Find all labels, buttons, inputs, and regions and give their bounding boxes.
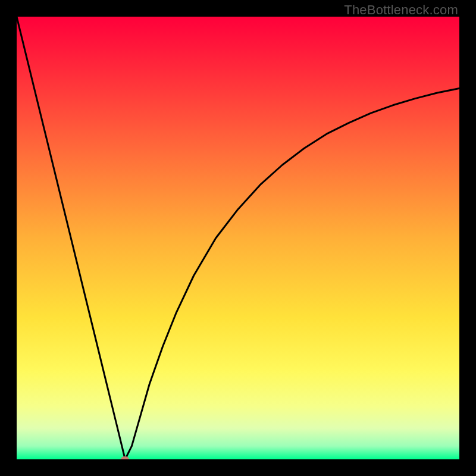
plot-area xyxy=(17,17,459,459)
chart-frame: TheBottleneck.com xyxy=(0,0,476,476)
curve-path xyxy=(17,17,459,459)
optimum-marker xyxy=(121,456,129,459)
bottleneck-curve xyxy=(17,17,459,459)
watermark-text: TheBottleneck.com xyxy=(344,2,458,18)
